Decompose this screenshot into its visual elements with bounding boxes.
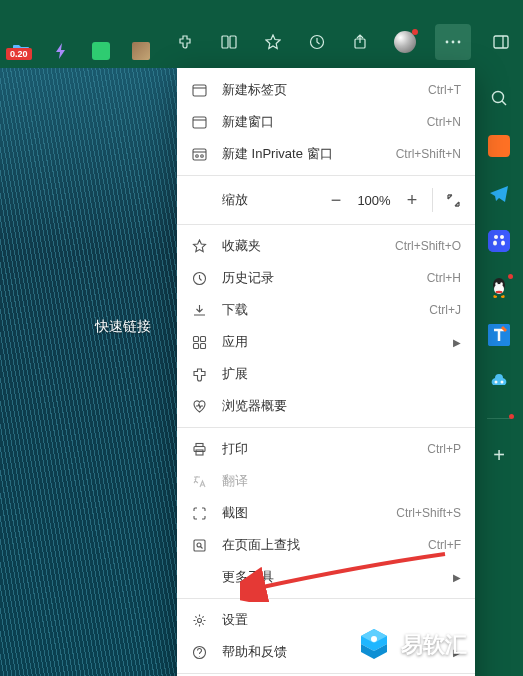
more-button[interactable] xyxy=(435,24,471,60)
menu-extensions[interactable]: 扩展 xyxy=(177,358,475,390)
sidebar-baidu-icon[interactable] xyxy=(488,230,510,252)
translate-icon xyxy=(191,473,208,490)
help-icon xyxy=(191,644,208,661)
pulse-icon xyxy=(191,398,208,415)
profile-button[interactable] xyxy=(391,28,419,56)
menu-history[interactable]: 历史记录 Ctrl+H xyxy=(177,262,475,294)
svg-rect-13 xyxy=(193,149,206,160)
menu-label: 翻译 xyxy=(222,472,461,490)
print-icon xyxy=(191,441,208,458)
menu-label: 更多工具 xyxy=(222,568,439,586)
menu-downloads[interactable]: 下载 Ctrl+J xyxy=(177,294,475,326)
menu-label: 新建标签页 xyxy=(222,81,414,99)
svg-rect-1 xyxy=(230,36,236,48)
extension-avatar-icon[interactable] xyxy=(132,42,150,60)
zoom-out-button[interactable]: − xyxy=(320,184,352,216)
menu-label: 历史记录 xyxy=(222,269,413,287)
menu-find[interactable]: 在页面上查找 Ctrl+F xyxy=(177,529,475,561)
sidebar-toggle-button[interactable] xyxy=(487,28,515,56)
svg-rect-24 xyxy=(196,450,203,455)
svg-point-26 xyxy=(197,543,201,547)
chevron-right-icon: ▶ xyxy=(453,572,461,583)
fullscreen-button[interactable] xyxy=(437,184,469,216)
menu-label: 扩展 xyxy=(222,365,461,383)
history-icon xyxy=(191,270,208,287)
watermark-logo-icon xyxy=(355,626,393,664)
sidebar-t-app-icon[interactable] xyxy=(488,324,510,346)
menu-new-tab[interactable]: 新建标签页 Ctrl+T xyxy=(177,74,475,106)
svg-point-16 xyxy=(201,154,204,157)
svg-point-15 xyxy=(196,154,199,157)
download-icon xyxy=(191,302,208,319)
menu-shortcut: Ctrl+H xyxy=(427,271,461,285)
svg-rect-19 xyxy=(201,336,206,341)
svg-point-34 xyxy=(501,241,505,246)
svg-point-37 xyxy=(495,282,498,286)
star-icon xyxy=(191,238,208,255)
bolt-extension-icon[interactable] xyxy=(52,42,70,60)
sidebar-search-icon[interactable] xyxy=(487,86,511,110)
menu-shortcut: Ctrl+T xyxy=(428,83,461,97)
menu-new-window[interactable]: 新建窗口 Ctrl+N xyxy=(177,106,475,138)
notification-dot xyxy=(508,274,513,279)
avatar-icon xyxy=(394,31,416,53)
menu-label: 应用 xyxy=(222,333,439,351)
menu-separator xyxy=(177,673,475,674)
extension-green-icon[interactable] xyxy=(92,42,110,60)
menu-label: 新建 InPrivate 窗口 xyxy=(222,145,382,163)
menu-shortcut: Ctrl+N xyxy=(427,115,461,129)
extensions-button[interactable] xyxy=(171,28,199,56)
svg-rect-9 xyxy=(193,85,206,96)
menu-separator xyxy=(177,224,475,225)
svg-rect-20 xyxy=(194,343,199,348)
sidebar-shopping-icon[interactable] xyxy=(487,134,511,158)
menu-apps[interactable]: 应用 ▶ xyxy=(177,326,475,358)
menu-browser-essentials[interactable]: 浏览器概要 xyxy=(177,390,475,422)
menu-print[interactable]: 打印 Ctrl+P xyxy=(177,433,475,465)
sidebar-add-button[interactable]: + xyxy=(487,443,511,467)
svg-rect-11 xyxy=(193,117,206,128)
split-screen-button[interactable] xyxy=(215,28,243,56)
extension-icon xyxy=(191,366,208,383)
share-button[interactable] xyxy=(347,28,375,56)
svg-point-5 xyxy=(452,41,455,44)
history-button[interactable] xyxy=(303,28,331,56)
menu-new-inprivate[interactable]: 新建 InPrivate 窗口 Ctrl+Shift+N xyxy=(177,138,475,170)
favorites-button[interactable] xyxy=(259,28,287,56)
svg-rect-30 xyxy=(488,230,510,252)
svg-rect-18 xyxy=(194,336,199,341)
menu-favorites[interactable]: 收藏夹 Ctrl+Shift+O xyxy=(177,230,475,262)
svg-point-29 xyxy=(492,91,503,102)
menu-shortcut: Ctrl+Shift+O xyxy=(395,239,461,253)
svg-point-43 xyxy=(371,636,377,642)
settings-menu: 新建标签页 Ctrl+T 新建窗口 Ctrl+N 新建 InPrivate 窗口… xyxy=(177,68,475,676)
new-tab-icon xyxy=(191,82,208,99)
notification-dot xyxy=(509,414,514,419)
menu-translate: 翻译 xyxy=(177,465,475,497)
toolbar-right xyxy=(171,24,515,60)
svg-rect-7 xyxy=(494,36,508,48)
menu-screenshot[interactable]: 截图 Ctrl+Shift+S xyxy=(177,497,475,529)
menu-label: 新建窗口 xyxy=(222,113,413,131)
zoom-value: 100% xyxy=(352,193,396,208)
apps-icon xyxy=(191,334,208,351)
menu-label: 截图 xyxy=(222,504,382,522)
menu-shortcut: Ctrl+P xyxy=(427,442,461,456)
download-badge: 0.20 xyxy=(6,48,32,60)
screenshot-icon xyxy=(191,505,208,522)
menu-label: 浏览器概要 xyxy=(222,397,461,415)
svg-point-4 xyxy=(446,41,449,44)
new-window-icon xyxy=(191,114,208,131)
svg-rect-21 xyxy=(201,343,206,348)
quick-links-label[interactable]: 快速链接 xyxy=(95,318,151,336)
menu-more-tools[interactable]: 更多工具 ▶ xyxy=(177,561,475,593)
sidebar-cloud-icon[interactable] xyxy=(487,370,511,394)
svg-point-27 xyxy=(198,618,202,622)
svg-point-38 xyxy=(500,282,503,286)
sidebar-qq-icon[interactable] xyxy=(487,276,511,300)
chevron-right-icon: ▶ xyxy=(453,337,461,348)
zoom-in-button[interactable]: + xyxy=(396,184,428,216)
find-icon xyxy=(191,537,208,554)
sidebar-telegram-icon[interactable] xyxy=(487,182,511,206)
menu-label: 下载 xyxy=(222,301,415,319)
